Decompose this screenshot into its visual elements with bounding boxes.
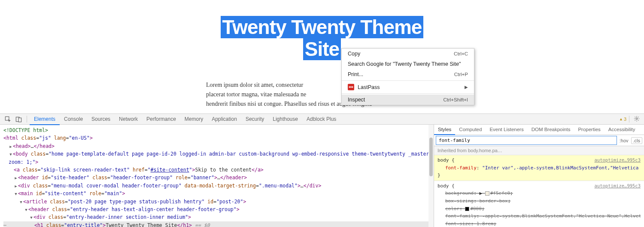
ctx-print[interactable]: Print... Ctrl+P — [342, 69, 474, 80]
lastpass-icon: ••• — [348, 84, 354, 90]
inherited-from-label: Inherited from body.home.pa… — [434, 146, 644, 155]
page-title-line1: Twenty Twenty Theme — [221, 16, 424, 38]
page-title[interactable]: Twenty Twenty Theme Site — [0, 16, 644, 60]
css-rule-2[interactable]: autoptimize…995c3 body { background: ▶ #… — [434, 181, 644, 227]
tab-application[interactable]: Application — [207, 114, 241, 125]
hover-toggle[interactable]: :hov — [620, 138, 629, 143]
tab-styles[interactable]: Styles — [434, 125, 455, 135]
elements-scrollbar[interactable] — [428, 125, 434, 227]
tab-properties[interactable]: Properties — [574, 125, 604, 135]
tab-performance[interactable]: Performance — [142, 114, 180, 125]
rule-source-link[interactable]: autoptimize…995c3 — [595, 156, 641, 164]
styles-tabs: Styles Computed Event Listeners DOM Brea… — [434, 125, 644, 135]
chevron-right-icon: ▶ — [465, 85, 468, 89]
tab-event-listeners[interactable]: Event Listeners — [486, 125, 527, 135]
devtools-tabs: Elements Console Sources Network Perform… — [30, 114, 340, 125]
tab-computed[interactable]: Computed — [455, 125, 486, 135]
styles-filter-input[interactable] — [436, 136, 617, 145]
cls-toggle[interactable]: .cls — [631, 137, 643, 144]
color-swatch[interactable] — [485, 191, 489, 196]
ctx-inspect[interactable]: Inspect Ctrl+Shift+I — [342, 95, 474, 105]
settings-icon[interactable] — [632, 116, 641, 123]
devtools-toolbar: Elements Console Sources Network Perform… — [0, 114, 644, 125]
svg-rect-2 — [18, 118, 21, 122]
ctx-copy[interactable]: Copy Ctrl+C — [342, 49, 474, 59]
styles-filter-row: :hov .cls — [434, 135, 644, 146]
tab-lighthouse[interactable]: Lighthouse — [268, 114, 302, 125]
css-rules: autoptimize…995c3 body { font-family: "I… — [434, 155, 644, 227]
rule-source-link[interactable]: autoptimize…995c3 — [595, 182, 641, 190]
tab-security[interactable]: Security — [241, 114, 268, 125]
ctx-separator — [342, 80, 474, 81]
tab-dom-breakpoints[interactable]: DOM Breakpoints — [528, 125, 574, 135]
warnings-badge[interactable]: 3 — [619, 117, 626, 122]
inherited-from-link[interactable]: body.home.pa… — [468, 148, 502, 153]
tab-console[interactable]: Console — [60, 114, 87, 125]
toolbar-separator — [27, 116, 27, 123]
ctx-separator — [342, 93, 474, 94]
tab-accessibility[interactable]: Accessibility — [605, 125, 639, 135]
tab-sources[interactable]: Sources — [87, 114, 115, 125]
tab-memory[interactable]: Memory — [180, 114, 207, 125]
devtools-main: <!DOCTYPE html> <html class="js" lang="e… — [0, 125, 644, 227]
ctx-search-google[interactable]: Search Google for "Twenty Twenty Theme S… — [342, 59, 474, 69]
color-swatch[interactable] — [465, 207, 469, 211]
elements-panel[interactable]: <!DOCTYPE html> <html class="js" lang="e… — [0, 125, 434, 227]
device-toolbar-icon[interactable] — [13, 116, 24, 123]
toolbar-separator — [629, 116, 629, 123]
rendered-page: Twenty Twenty Theme Site Lorem ipsum dol… — [0, 0, 644, 114]
tab-elements[interactable]: Elements — [30, 114, 60, 125]
ctx-lastpass[interactable]: •••LastPass ▶ — [342, 82, 474, 92]
svg-point-3 — [636, 118, 638, 120]
tab-adblock-plus[interactable]: Adblock Plus — [302, 114, 340, 125]
css-rule-1[interactable]: autoptimize…995c3 body { font-family: "I… — [434, 155, 644, 181]
page-title-line2: Site — [303, 38, 341, 60]
tab-network[interactable]: Network — [115, 114, 142, 125]
selected-dom-node[interactable]: ⋯<h1 class="entry-title">Twenty Twenty T… — [3, 221, 434, 227]
context-menu: Copy Ctrl+C Search Google for "Twenty Tw… — [341, 48, 474, 105]
styles-panel: Styles Computed Event Listeners DOM Brea… — [434, 125, 644, 227]
inspect-element-icon[interactable] — [3, 116, 13, 123]
